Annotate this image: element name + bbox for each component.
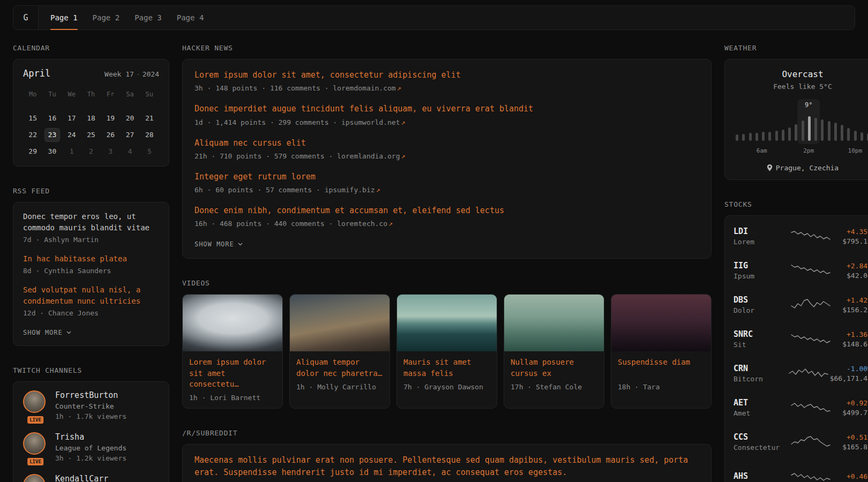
sparkline-chart [791, 331, 830, 347]
video-card: Mauris sit amet massa felis 7h · Grayson… [396, 294, 497, 409]
twitch-channel-info: Trisha League of Legends 3h · 1.2k viewe… [55, 432, 126, 462]
video-card-body: Mauris sit amet massa felis 7h · Grayson… [397, 351, 497, 397]
twitch-channel-item[interactable]: LIVE ForrestBurton Counter-Strike 1h · 1… [23, 390, 159, 420]
stock-price: $499.72 [834, 409, 868, 417]
hackernews-heading: HACKER NEWS [182, 44, 712, 52]
calendar-widget: CALENDAR April Week 17·2024 Mo Tu We Th … [13, 44, 169, 167]
calendar-day-number: 24 [64, 129, 79, 141]
rss-item-meta: 8d · Cynthia Saunders [23, 267, 159, 275]
calendar-day-number: 4 [123, 145, 137, 158]
calendar-day: 5 [140, 143, 159, 160]
calendar-day: 1 [62, 143, 81, 160]
video-card: Aliquam tempor dolor nec pharetra… 1h · … [289, 294, 390, 409]
stock-identity: CCS Consectetur [734, 432, 787, 451]
page-tab[interactable]: Page 2 [93, 6, 120, 29]
page-tab[interactable]: Page 1 [50, 6, 78, 29]
calendar-day: 16 [42, 110, 62, 126]
rss-heading: RSS FEED [13, 187, 169, 195]
calendar-day-number: 15 [26, 112, 40, 125]
video-thumbnail[interactable] [183, 295, 282, 351]
stock-values: +1.36% $148.64 [834, 330, 868, 348]
page-tab[interactable]: Page 3 [134, 6, 162, 29]
video-thumbnail[interactable] [290, 295, 390, 351]
video-meta: 1h · Lori Barnett [189, 394, 276, 402]
stock-row[interactable]: CRN Bitcorn -1.00% $66,171.48 [734, 356, 868, 390]
streamer-name: Trisha [55, 432, 126, 442]
news-item-title-link[interactable]: Donec imperdiet augue tincidunt felis al… [194, 103, 699, 115]
twitch-channel-item[interactable]: LIVE Trisha League of Legends 3h · 1.2k … [23, 432, 159, 462]
stream-game: League of Legends [55, 444, 126, 452]
weather-condition: Overcast [735, 69, 868, 79]
twitch-channel-item[interactable]: KendallCarr [23, 474, 159, 482]
page-tab[interactable]: Page 4 [177, 6, 204, 29]
stock-row[interactable]: SNRC Sit +1.36% $148.64 [734, 322, 868, 356]
news-item-title-link[interactable]: Maecenas mollis pulvinar erat non posuer… [194, 454, 699, 479]
external-link-icon[interactable]: ↗ [388, 220, 393, 228]
sparkline-chart [791, 400, 830, 416]
news-item-title-link[interactable]: Aliquam nec cursus elit [194, 137, 699, 149]
stock-values: +2.84% $42.04 [834, 262, 868, 280]
rss-show-more-button[interactable]: SHOW MORE [23, 329, 71, 336]
video-card-body: Lorem ipsum dolor sit amet consectetu… 1… [183, 351, 282, 408]
stock-sparkline [787, 228, 834, 244]
video-title-link[interactable]: Suspendisse diam [618, 357, 705, 379]
right-column: WEATHER Overcast Feels like 5°C 9° 6am 2… [724, 44, 868, 482]
live-badge: LIVE [27, 458, 43, 465]
stock-sparkline [787, 365, 830, 381]
sparkline-chart [791, 297, 830, 313]
middle-column: HACKER NEWS Lorem ipsum dolor sit amet, … [182, 44, 712, 482]
calendar-day-number: 28 [142, 129, 156, 141]
stock-row[interactable]: IIG Ipsum +2.84% $42.04 [734, 253, 868, 288]
news-item-title-link[interactable]: Integer eget rutrum lorem [194, 171, 699, 183]
twitch-heading: TWITCH CHANNELS [13, 366, 169, 374]
weather-time-axis: 6am 2pm 10pm [735, 147, 868, 155]
video-thumbnail[interactable] [397, 295, 497, 351]
hackernews-show-more-button[interactable]: SHOW MORE [194, 240, 243, 248]
external-link-icon[interactable]: ↗ [397, 84, 401, 92]
stock-values: +0.46% [834, 472, 868, 480]
hackernews-widget: HACKER NEWS Lorem ipsum dolor sit amet, … [182, 44, 712, 259]
video-card: Suspendisse diam 18h · Tara [611, 294, 712, 409]
calendar-weekday-label: Tu [42, 87, 62, 101]
rss-item-title-link[interactable]: Sed volutpat nulla nisl, a condimentum n… [23, 284, 159, 307]
video-card-body: Suspendisse diam 18h · Tara [611, 351, 711, 397]
weather-hour-bar [795, 124, 797, 141]
stock-identity: AHS [734, 471, 787, 481]
external-link-icon[interactable]: ↗ [376, 186, 380, 194]
weather-hour-bar [821, 119, 824, 141]
rss-item-title-link[interactable]: Donec tempor eros leo, ut commodo mauris… [23, 211, 159, 234]
stock-row[interactable]: AET Amet +0.92% $499.72 [734, 390, 868, 425]
video-thumbnail[interactable] [504, 295, 604, 351]
weather-hour-bar [841, 125, 843, 141]
calendar-day: 25 [81, 126, 101, 143]
stock-row[interactable]: LDI Lorem +4.35% $795.18 [734, 219, 868, 253]
stock-row[interactable]: DBS Dolor +1.42% $156.28 [734, 288, 868, 322]
stock-symbol: CCS [734, 432, 787, 442]
calendar-day-number: 22 [26, 129, 40, 141]
weather-hour-bar [802, 120, 804, 141]
video-thumbnail[interactable] [611, 295, 711, 351]
stock-price: $42.04 [834, 272, 868, 280]
rss-item-title-link[interactable]: In hac habitasse platea [23, 253, 159, 265]
weather-location-label: Prague, Czechia [776, 164, 839, 172]
stock-symbol: LDI [734, 227, 787, 236]
video-title-link[interactable]: Nullam posuere cursus ex [511, 357, 597, 379]
calendar-weekday-label: Mo [23, 87, 42, 101]
news-item-title-link[interactable]: Donec enim nibh, condimentum et accumsan… [194, 205, 699, 217]
live-badge: LIVE [27, 416, 43, 424]
stock-row[interactable]: CCS Consectetur +0.51% $165.84 [734, 425, 868, 459]
video-meta: 7h · Grayson Dawson [403, 383, 490, 391]
stock-values: +4.35% $795.18 [834, 228, 868, 245]
video-title-link[interactable]: Mauris sit amet massa felis [403, 357, 490, 379]
twitch-channel-info: KendallCarr [55, 474, 108, 482]
stock-row[interactable]: AHS +0.46% [734, 459, 868, 482]
video-title-link[interactable]: Lorem ipsum dolor sit amet consectetu… [189, 357, 276, 389]
video-title-link[interactable]: Aliquam tempor dolor nec pharetra… [296, 357, 383, 379]
external-link-icon[interactable]: ↗ [401, 118, 406, 126]
external-link-icon[interactable]: ↗ [401, 152, 406, 160]
stock-name: Ipsum [734, 272, 787, 280]
stock-change-percent: +0.51% [834, 433, 868, 441]
calendar-weekday-label: Su [140, 87, 159, 101]
news-item-title-link[interactable]: Lorem ipsum dolor sit amet, consectetur … [194, 69, 699, 81]
calendar-day: 28 [140, 126, 159, 143]
